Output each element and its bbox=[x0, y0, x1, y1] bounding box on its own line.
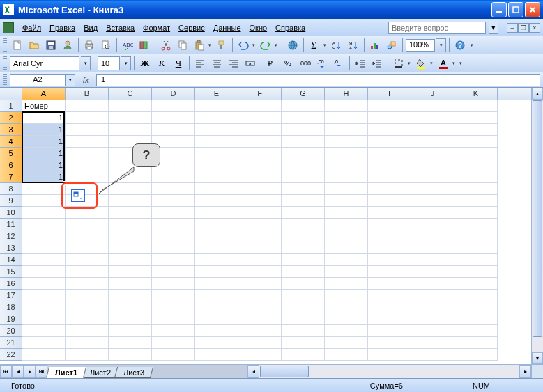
menu-format[interactable]: Формат bbox=[139, 22, 174, 33]
increase-decimal-button[interactable]: ,00 bbox=[314, 56, 330, 71]
sort-asc-button[interactable]: АЯ bbox=[329, 38, 344, 53]
cell[interactable] bbox=[66, 254, 109, 266]
cell[interactable] bbox=[454, 112, 498, 124]
print-button[interactable] bbox=[82, 38, 97, 53]
cell[interactable] bbox=[195, 301, 238, 313]
row-header[interactable]: 18 bbox=[0, 301, 22, 313]
formula-bar[interactable]: 1 bbox=[96, 74, 540, 86]
cell[interactable] bbox=[238, 266, 282, 278]
cell[interactable] bbox=[22, 278, 66, 290]
tab-next-button[interactable]: ▸ bbox=[24, 365, 36, 378]
cell[interactable] bbox=[282, 159, 325, 171]
decrease-decimal-button[interactable]: ,0 bbox=[331, 56, 346, 71]
column-header[interactable]: K bbox=[454, 88, 498, 100]
font-name-combo[interactable]: Arial Cyr bbox=[10, 56, 79, 70]
cell[interactable] bbox=[195, 136, 238, 148]
cell[interactable] bbox=[411, 148, 454, 159]
tab-first-button[interactable]: ⏮ bbox=[0, 365, 12, 378]
cell[interactable] bbox=[368, 337, 411, 349]
toolbar-options[interactable]: ▾ bbox=[469, 42, 475, 48]
cell[interactable] bbox=[454, 195, 498, 207]
cell[interactable] bbox=[152, 219, 195, 230]
fill-color-button[interactable]: ▾ bbox=[413, 56, 434, 71]
cell[interactable] bbox=[411, 219, 454, 230]
cell[interactable] bbox=[368, 242, 411, 254]
cell[interactable] bbox=[454, 254, 498, 266]
row-header[interactable]: 11 bbox=[0, 219, 22, 230]
cell[interactable] bbox=[109, 313, 152, 325]
cell[interactable] bbox=[325, 313, 368, 325]
tab-prev-button[interactable]: ◂ bbox=[12, 365, 24, 378]
cell[interactable] bbox=[454, 100, 498, 112]
cell[interactable] bbox=[282, 219, 325, 230]
mdi-minimize-button[interactable]: – bbox=[507, 23, 518, 33]
cell[interactable] bbox=[411, 266, 454, 278]
cell[interactable] bbox=[22, 230, 66, 242]
cell[interactable] bbox=[66, 313, 109, 325]
print-preview-button[interactable] bbox=[98, 38, 114, 53]
cell[interactable] bbox=[238, 254, 282, 266]
cell[interactable] bbox=[66, 112, 109, 124]
cell[interactable] bbox=[454, 207, 498, 219]
menu-view[interactable]: Вид bbox=[79, 22, 102, 33]
column-header[interactable]: C bbox=[109, 88, 152, 100]
cell[interactable] bbox=[282, 313, 325, 325]
cell[interactable] bbox=[282, 266, 325, 278]
cell[interactable] bbox=[195, 313, 238, 325]
save-button[interactable] bbox=[43, 38, 59, 53]
cell[interactable] bbox=[325, 171, 368, 183]
cell[interactable] bbox=[195, 266, 238, 278]
cell[interactable] bbox=[368, 266, 411, 278]
cell[interactable] bbox=[411, 100, 454, 112]
cell[interactable] bbox=[368, 124, 411, 136]
cell[interactable] bbox=[368, 325, 411, 337]
cell[interactable] bbox=[454, 325, 498, 337]
font-name-dropdown[interactable]: ▾ bbox=[81, 56, 91, 70]
open-button[interactable] bbox=[26, 38, 42, 53]
cell[interactable] bbox=[368, 349, 411, 361]
cell[interactable] bbox=[368, 290, 411, 301]
autofill-options-button[interactable] bbox=[71, 189, 85, 202]
cell[interactable] bbox=[411, 349, 454, 361]
cell[interactable] bbox=[22, 254, 66, 266]
cell[interactable] bbox=[454, 242, 498, 254]
cell[interactable] bbox=[109, 349, 152, 361]
cell[interactable]: Номер bbox=[22, 100, 66, 112]
cell[interactable] bbox=[238, 124, 282, 136]
cell[interactable] bbox=[238, 290, 282, 301]
align-right-button[interactable] bbox=[226, 56, 241, 71]
cell[interactable] bbox=[238, 219, 282, 230]
underline-button[interactable]: Ч bbox=[171, 56, 186, 71]
cell[interactable] bbox=[282, 278, 325, 290]
cell[interactable] bbox=[325, 242, 368, 254]
cell[interactable] bbox=[238, 278, 282, 290]
cell[interactable] bbox=[195, 100, 238, 112]
spelling-button[interactable]: ABC bbox=[120, 38, 135, 53]
sheet-tab[interactable]: Лист1 bbox=[46, 367, 86, 378]
cell[interactable] bbox=[109, 254, 152, 266]
row-header[interactable]: 14 bbox=[0, 254, 22, 266]
cell[interactable] bbox=[195, 171, 238, 183]
cell[interactable] bbox=[282, 112, 325, 124]
row-header[interactable]: 12 bbox=[0, 230, 22, 242]
cell[interactable] bbox=[22, 349, 66, 361]
cell[interactable] bbox=[368, 278, 411, 290]
new-button[interactable] bbox=[10, 38, 25, 53]
cell[interactable] bbox=[195, 290, 238, 301]
cell[interactable] bbox=[325, 195, 368, 207]
cell[interactable] bbox=[411, 290, 454, 301]
cell[interactable] bbox=[22, 195, 66, 207]
cell[interactable] bbox=[325, 112, 368, 124]
cell[interactable] bbox=[109, 112, 152, 124]
zoom-combo[interactable]: 100% bbox=[406, 39, 435, 52]
cell[interactable] bbox=[195, 325, 238, 337]
cell[interactable] bbox=[152, 290, 195, 301]
close-button[interactable] bbox=[525, 2, 540, 17]
sheet-tab[interactable]: Лист3 bbox=[114, 367, 153, 378]
toolbar-options[interactable]: ▾ bbox=[458, 61, 464, 66]
cell[interactable] bbox=[325, 183, 368, 195]
cell[interactable] bbox=[411, 136, 454, 148]
cell[interactable] bbox=[152, 278, 195, 290]
cell[interactable] bbox=[411, 325, 454, 337]
cell[interactable] bbox=[109, 219, 152, 230]
